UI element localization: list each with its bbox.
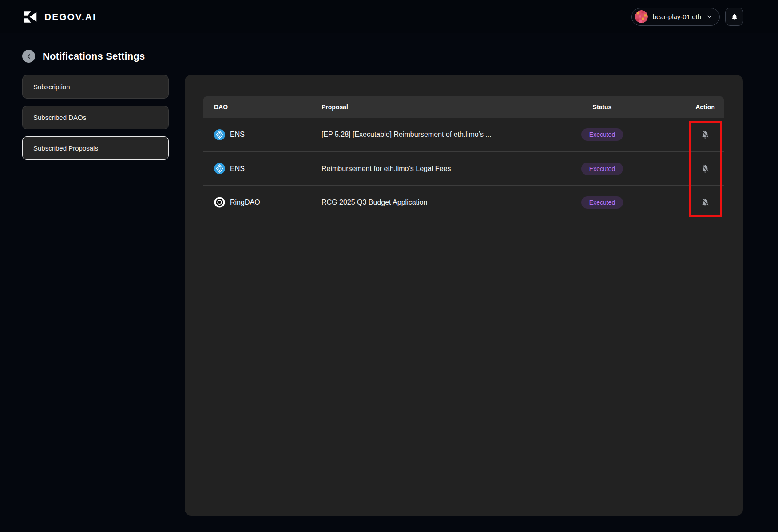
sidebar-item-label: Subscription (33, 83, 70, 91)
column-header-dao: DAO (203, 103, 322, 111)
dao-cell: ENS (203, 129, 322, 140)
content-layout: Subscription Subscribed DAOs Subscribed … (22, 75, 778, 516)
topbar-right: bear-play-01.eth (631, 8, 743, 26)
proposal-title[interactable]: [EP 5.28] [Executable] Reimbursement of … (322, 131, 572, 139)
dao-cell: ENS (203, 163, 322, 174)
sidebar-item-subscription[interactable]: Subscription (22, 75, 169, 99)
dao-name: RingDAO (230, 199, 260, 206)
page-header: Notifications Settings (22, 50, 778, 63)
sidebar-item-subscribed-daos[interactable]: Subscribed DAOs (22, 106, 169, 129)
unsubscribe-bell-button[interactable] (699, 196, 711, 209)
table-row: ENS Reimbursement for eth.limo’s Legal F… (203, 151, 724, 185)
ens-logo-icon (214, 163, 225, 174)
chevron-down-icon (706, 13, 713, 20)
back-button[interactable] (22, 50, 35, 63)
page-title: Notifications Settings (43, 51, 145, 62)
ringdao-logo-icon (214, 197, 225, 208)
bell-off-icon (700, 130, 710, 139)
dao-name: ENS (230, 131, 245, 139)
account-name: bear-play-01.eth (653, 13, 701, 20)
table-header-row: DAO Proposal Status Action (203, 96, 724, 118)
dao-cell: RingDAO (203, 197, 322, 208)
ens-logo-icon (214, 129, 225, 140)
brand-name: DEGOV.AI (44, 12, 96, 22)
settings-sidebar: Subscription Subscribed DAOs Subscribed … (22, 75, 169, 167)
status-badge: Executed (581, 163, 623, 175)
account-menu-button[interactable]: bear-play-01.eth (631, 8, 720, 26)
chevron-left-icon (25, 53, 32, 60)
bell-off-icon (700, 198, 710, 207)
degov-logo-icon (22, 9, 38, 25)
column-header-action: Action (679, 103, 724, 111)
dao-name: ENS (230, 165, 245, 173)
table-row: ENS [EP 5.28] [Executable] Reimbursement… (203, 118, 724, 151)
status-badge: Executed (581, 128, 623, 141)
brand: DEGOV.AI (22, 9, 96, 25)
bell-icon (730, 13, 738, 21)
bell-off-icon (700, 164, 710, 174)
proposal-title[interactable]: Reimbursement for eth.limo’s Legal Fees (322, 165, 572, 173)
table-row: RingDAO RCG 2025 Q3 Budget Application E… (203, 185, 724, 219)
unsubscribe-bell-button[interactable] (699, 163, 711, 175)
top-navigation-bar: DEGOV.AI bear-play-01.eth (0, 0, 778, 33)
status-badge: Executed (581, 196, 623, 209)
unsubscribe-bell-button[interactable] (699, 128, 711, 141)
avatar (635, 10, 648, 23)
sidebar-item-label: Subscribed Proposals (33, 144, 98, 152)
sidebar-item-subscribed-proposals[interactable]: Subscribed Proposals (22, 136, 169, 160)
subscribed-proposals-panel: DAO Proposal Status Action ENS [EP 5.28]… (185, 75, 743, 516)
proposal-title[interactable]: RCG 2025 Q3 Budget Application (322, 199, 572, 206)
column-header-proposal: Proposal (322, 103, 572, 111)
column-header-status: Status (577, 103, 627, 111)
sidebar-item-label: Subscribed DAOs (33, 114, 86, 121)
notifications-button[interactable] (725, 8, 743, 26)
